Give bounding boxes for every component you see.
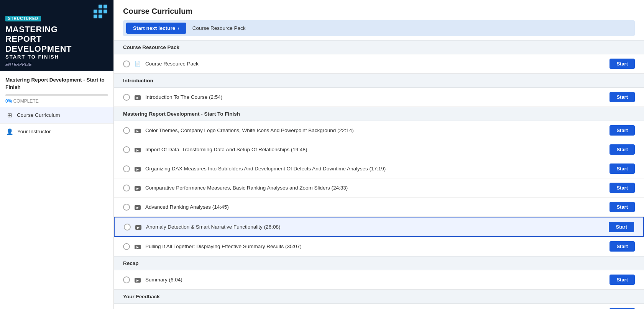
video-icon: ▶ bbox=[135, 244, 141, 250]
section-header-feedback: Your Feedback bbox=[114, 289, 644, 304]
lecture-row: ▶Import Of Data, Transforming Data And S… bbox=[114, 140, 644, 159]
lecture-row: ▶Color Themes, Company Logo Creations, W… bbox=[114, 121, 644, 140]
start-lecture-button-m2[interactable]: Start bbox=[610, 144, 635, 155]
start-lecture-button-m5[interactable]: Start bbox=[610, 202, 635, 212]
start-lecture-button-intro1[interactable]: Start bbox=[610, 92, 635, 102]
video-icon: ▶ bbox=[135, 94, 141, 100]
lecture-radio[interactable] bbox=[123, 127, 130, 134]
lecture-title: Introduction To The Course (2:54) bbox=[145, 94, 605, 100]
start-lecture-button-m6[interactable]: Start bbox=[609, 222, 634, 232]
hero-title: MASTERING REPORT DEVELOPMENT START TO FI… bbox=[5, 25, 108, 60]
section-header-resource-pack: Course Resource Pack bbox=[114, 40, 644, 54]
curriculum-list: Course Resource Pack📄Course Resource Pac… bbox=[114, 40, 644, 309]
lecture-row: ▶Organizing DAX Measures Into Subfolders… bbox=[114, 159, 644, 178]
lecture-title: Advanced Ranking Analyses (14:45) bbox=[145, 204, 605, 210]
lecture-row: ▶Pulling It All Together: Displaying Eff… bbox=[114, 237, 644, 256]
lecture-title: Pulling It All Together: Displaying Effe… bbox=[145, 244, 605, 249]
lecture-title: Summary (6:04) bbox=[145, 277, 605, 283]
section-header-mastering: Mastering Report Development - Start To … bbox=[114, 107, 644, 121]
video-icon: ▶ bbox=[135, 204, 141, 210]
person-icon: 👤 bbox=[6, 128, 13, 135]
lecture-radio[interactable] bbox=[123, 276, 130, 283]
video-icon: ▶ bbox=[135, 166, 141, 172]
hero-decoration-icon bbox=[94, 5, 107, 18]
start-next-label: Start next lecture bbox=[133, 25, 175, 31]
section-header-recap: Recap bbox=[114, 256, 644, 270]
video-icon: ▶ bbox=[135, 147, 141, 153]
toolbar-resource-pack-link[interactable]: Course Resource Pack bbox=[186, 23, 252, 34]
lecture-row: ▶Summary (6:04)Start bbox=[114, 270, 644, 289]
start-next-lecture-button[interactable]: Start next lecture › bbox=[126, 23, 186, 34]
start-lecture-button-rp1[interactable]: Start bbox=[610, 59, 635, 69]
enterprise-label: ENTERPRISE bbox=[5, 62, 108, 67]
progress-text: 0% COMPLETE bbox=[5, 98, 108, 104]
lecture-row: ▶Introduction To The Course (2:54)Start bbox=[114, 88, 644, 107]
page-title: Course Curriculum bbox=[123, 7, 635, 16]
sidebar-instructor-label: Your Instructor bbox=[17, 129, 51, 134]
sidebar-item-instructor[interactable]: 👤 Your Instructor bbox=[0, 124, 113, 140]
start-lecture-button-r1[interactable]: Start bbox=[610, 275, 635, 285]
lecture-radio[interactable] bbox=[123, 243, 130, 250]
lecture-row: ▶Comparative Performance Measures, Basic… bbox=[114, 178, 644, 198]
lecture-title: Color Themes, Company Logo Creations, Wh… bbox=[145, 128, 605, 133]
video-icon: ▶ bbox=[135, 128, 141, 134]
sidebar-item-curriculum[interactable]: ⊞ Course Curriculum bbox=[0, 107, 113, 124]
lecture-title: Anomaly Detection & Smart Narrative Func… bbox=[146, 224, 604, 230]
document-icon: 📄 bbox=[135, 61, 141, 67]
lecture-title: Organizing DAX Measures Into Subfolders … bbox=[145, 166, 605, 172]
sidebar-course-title: Mastering Report Development - Start to … bbox=[5, 77, 108, 91]
video-icon: ▶ bbox=[135, 277, 141, 283]
video-icon: ▶ bbox=[135, 185, 141, 191]
sidebar-curriculum-label: Course Curriculum bbox=[17, 112, 60, 118]
lecture-radio[interactable] bbox=[123, 60, 130, 67]
lecture-radio[interactable] bbox=[124, 224, 131, 231]
sidebar-hero: STRUCTURED MASTERING REPORT DEVELOPMENT … bbox=[0, 0, 113, 71]
main-header: Course Curriculum Start next lecture › C… bbox=[114, 0, 644, 40]
lecture-title: Course Resource Pack bbox=[145, 61, 605, 67]
start-lecture-button-m1[interactable]: Start bbox=[610, 125, 635, 136]
sidebar: STRUCTURED MASTERING REPORT DEVELOPMENT … bbox=[0, 0, 114, 309]
lecture-radio[interactable] bbox=[123, 185, 130, 191]
lecture-row: 📄Course SurveyStart bbox=[114, 304, 644, 309]
structured-badge: STRUCTURED bbox=[5, 16, 41, 21]
start-lecture-button-m4[interactable]: Start bbox=[610, 183, 635, 193]
lecture-title: Comparative Performance Measures, Basic … bbox=[145, 185, 605, 191]
grid-icon: ⊞ bbox=[6, 112, 13, 119]
section-header-introduction: Introduction bbox=[114, 74, 644, 88]
main-content-area: Course Curriculum Start next lecture › C… bbox=[114, 0, 644, 309]
toolbar: Start next lecture › Course Resource Pac… bbox=[123, 20, 635, 36]
arrow-icon: › bbox=[177, 25, 179, 31]
lecture-row: 📄Course Resource PackStart bbox=[114, 54, 644, 74]
lecture-row: ▶Advanced Ranking Analyses (14:45)Start bbox=[114, 198, 644, 217]
lecture-radio[interactable] bbox=[123, 204, 130, 211]
lecture-radio[interactable] bbox=[123, 146, 130, 153]
start-lecture-button-m3[interactable]: Start bbox=[610, 163, 635, 174]
progress-bar-wrap bbox=[5, 94, 108, 96]
video-icon: ▶ bbox=[135, 224, 141, 230]
sidebar-nav: ⊞ Course Curriculum 👤 Your Instructor bbox=[0, 107, 113, 309]
lecture-row: ▶Anomaly Detection & Smart Narrative Fun… bbox=[114, 217, 644, 237]
sidebar-course-info: Mastering Report Development - Start to … bbox=[0, 71, 113, 107]
lecture-title: Import Of Data, Transforming Data And Se… bbox=[145, 147, 605, 152]
start-lecture-button-m7[interactable]: Start bbox=[610, 241, 635, 252]
lecture-radio[interactable] bbox=[123, 165, 130, 172]
lecture-radio[interactable] bbox=[123, 94, 130, 101]
progress-percent: 0% bbox=[5, 98, 12, 104]
